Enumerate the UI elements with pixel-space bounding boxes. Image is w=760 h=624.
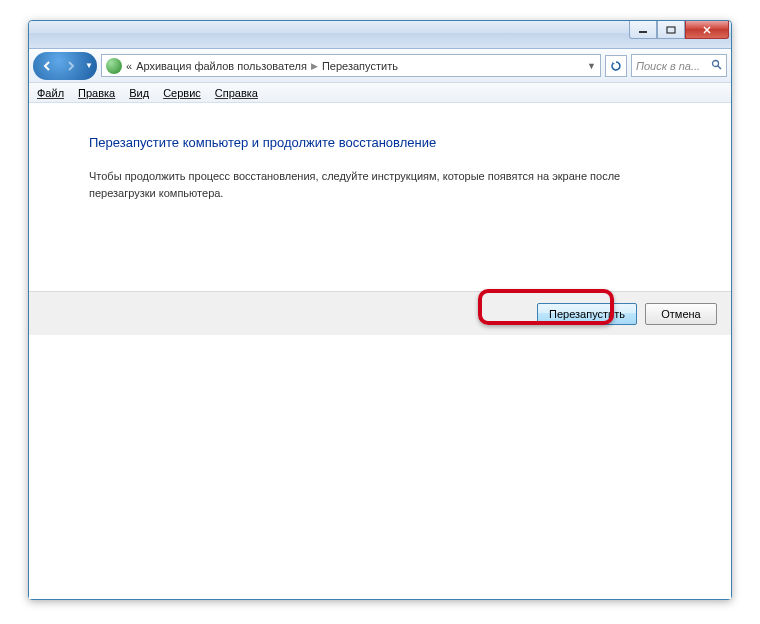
chevron-right-icon: ▶ bbox=[311, 61, 318, 71]
close-button[interactable] bbox=[685, 21, 729, 39]
menu-tools[interactable]: Сервис bbox=[163, 87, 201, 99]
content-area: Перезапустите компьютер и продолжите вос… bbox=[29, 103, 731, 291]
breadcrumb-item[interactable]: Архивация файлов пользователя bbox=[136, 60, 307, 72]
breadcrumb-item[interactable]: Перезапустить bbox=[322, 60, 398, 72]
search-input[interactable]: Поиск в па... bbox=[631, 54, 727, 77]
cancel-button[interactable]: Отмена bbox=[645, 303, 717, 325]
nav-history-dropdown[interactable]: ▼ bbox=[83, 61, 95, 70]
svg-point-2 bbox=[713, 61, 719, 67]
navigation-bar: ▼ « Архивация файлов пользователя ▶ Пере… bbox=[29, 49, 731, 83]
search-icon bbox=[711, 59, 722, 72]
menu-view[interactable]: Вид bbox=[129, 87, 149, 99]
breadcrumb-prefix: « bbox=[126, 60, 132, 72]
window-controls bbox=[629, 21, 729, 39]
page-heading: Перезапустите компьютер и продолжите вос… bbox=[89, 135, 691, 150]
search-placeholder: Поиск в па... bbox=[636, 60, 700, 72]
explorer-window: ▼ « Архивация файлов пользователя ▶ Пере… bbox=[28, 20, 732, 600]
menu-bar: Файл Правка Вид Сервис Справка bbox=[29, 83, 731, 103]
menu-edit[interactable]: Правка bbox=[78, 87, 115, 99]
button-bar: Перезапустить Отмена bbox=[29, 291, 731, 335]
svg-line-3 bbox=[718, 66, 721, 69]
address-bar[interactable]: « Архивация файлов пользователя ▶ Переза… bbox=[101, 54, 601, 77]
menu-help[interactable]: Справка bbox=[215, 87, 258, 99]
titlebar bbox=[29, 21, 731, 49]
nav-arrows: ▼ bbox=[33, 52, 97, 80]
restart-button[interactable]: Перезапустить bbox=[537, 303, 637, 325]
location-icon bbox=[106, 58, 122, 74]
maximize-button[interactable] bbox=[657, 21, 685, 39]
svg-rect-1 bbox=[667, 27, 675, 33]
forward-button[interactable] bbox=[59, 54, 83, 78]
minimize-button[interactable] bbox=[629, 21, 657, 39]
back-button[interactable] bbox=[35, 54, 59, 78]
empty-area bbox=[29, 335, 731, 599]
refresh-button[interactable] bbox=[605, 55, 627, 77]
svg-rect-0 bbox=[639, 31, 647, 33]
menu-file[interactable]: Файл bbox=[37, 87, 64, 99]
breadcrumb-dropdown-icon[interactable]: ▼ bbox=[587, 61, 596, 71]
page-body-text: Чтобы продолжить процесс восстановления,… bbox=[89, 168, 669, 201]
